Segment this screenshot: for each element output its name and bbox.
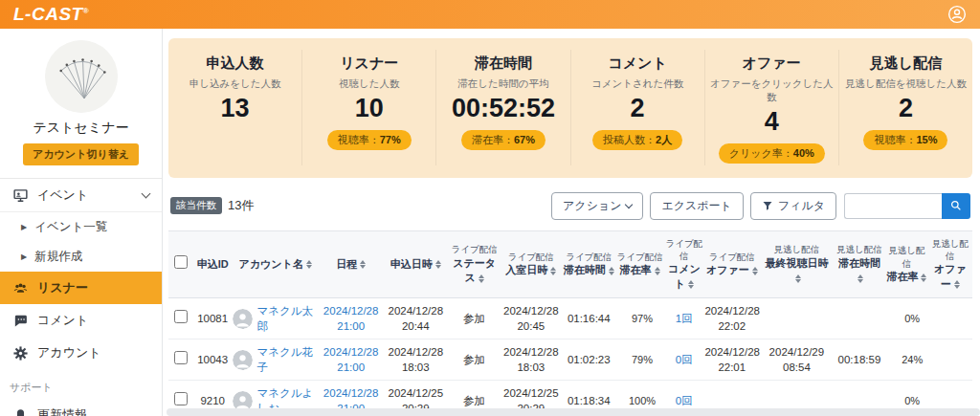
- comments-link[interactable]: 1回: [676, 313, 693, 324]
- schedule-link[interactable]: 2024/12/2821:00: [321, 303, 382, 334]
- header-live-stay-time[interactable]: ライブ配信滞在時間: [563, 231, 615, 298]
- sidebar-item-label: コメント: [37, 312, 88, 329]
- sort-icon[interactable]: [921, 273, 926, 283]
- badge-label: 視聴率：: [874, 134, 916, 145]
- sidebar-item-label: アカウント: [37, 344, 101, 361]
- comments-link[interactable]: 0回: [676, 395, 693, 406]
- header-label: 滞在時間: [838, 257, 880, 269]
- sidebar-item-new-event[interactable]: ▶ 新規作成: [0, 242, 162, 272]
- sort-icon[interactable]: [655, 266, 660, 276]
- l-cast-logo[interactable]: L-CAST®: [13, 4, 89, 25]
- header-account-name[interactable]: アカウント名: [232, 231, 320, 298]
- account-profile: テストセミナー アカウント切り替え: [0, 29, 162, 165]
- cell-live-stay: 01:02:23: [563, 339, 615, 381]
- select-all-checkbox[interactable]: [174, 255, 188, 269]
- stat-value: 2: [843, 95, 969, 123]
- header-live-comments[interactable]: ライブ配信コメント: [664, 231, 703, 298]
- caret-right-icon: ▶: [21, 252, 27, 261]
- header-applied-at[interactable]: 申込日時: [382, 231, 449, 298]
- header-live-status[interactable]: ライブ配信ステータス: [449, 231, 500, 298]
- sort-icon[interactable]: [858, 274, 863, 284]
- cell-id: 10081: [194, 298, 232, 339]
- sidebar-item-event-list[interactable]: ▶ イベント一覧: [0, 212, 162, 242]
- search-button[interactable]: [942, 193, 970, 219]
- cell-missed-rate: 24%: [885, 339, 928, 381]
- cell-missed-stay: [834, 298, 886, 339]
- stat-description: オファーをクリックした人数: [709, 77, 835, 104]
- header-group-label: ライブ配信: [665, 237, 702, 263]
- header-live-entry-at[interactable]: ライブ配信入室日時: [500, 231, 563, 298]
- listener-table-wrap: 申込ID アカウント名 日程 申込日時 ライブ配信ステータス ライブ配信入室日時…: [168, 230, 972, 416]
- stat-card-offers: オファー オファーをクリックした人数 4 クリック率：40%: [704, 50, 838, 165]
- cell-status: 参加: [449, 298, 500, 339]
- sort-icon[interactable]: [435, 259, 441, 270]
- sort-icon[interactable]: [360, 259, 366, 270]
- account-icon[interactable]: [947, 5, 967, 24]
- cell-missed-stay: 00:18:59: [834, 339, 886, 381]
- header-group-label: ライブ配信: [564, 251, 614, 263]
- export-button[interactable]: エクスポート: [650, 192, 743, 220]
- avatar: [233, 350, 253, 370]
- sort-icon[interactable]: [752, 266, 758, 276]
- header-group-label: 見逃し配信: [929, 237, 971, 263]
- header-live-offer[interactable]: ライブ配信オファー: [703, 231, 760, 298]
- header-missed-last-viewed[interactable]: 見逃し配信最終視聴日時: [760, 231, 833, 298]
- date-line: 2024/12/28: [321, 344, 382, 360]
- action-button-label: アクション: [563, 198, 621, 214]
- stat-description: 滞在した時間の平均: [440, 77, 566, 91]
- row-checkbox[interactable]: [174, 392, 188, 405]
- sidebar-item-event[interactable]: イベント: [0, 179, 162, 212]
- date-line: 2024/12/28: [321, 303, 382, 318]
- sort-icon[interactable]: [688, 279, 694, 290]
- sort-icon[interactable]: [479, 274, 484, 284]
- cell-applied-at: 2024/12/2818:03: [382, 339, 449, 381]
- schedule-link[interactable]: 2024/12/2821:00: [321, 344, 382, 375]
- header-label: 滞在率: [620, 264, 652, 275]
- badge-label: 滞在率：: [472, 134, 514, 145]
- result-count-value: 13件: [228, 197, 254, 214]
- row-checkbox[interactable]: [174, 351, 188, 364]
- horizontal-scrollbar[interactable]: [167, 408, 980, 416]
- cell-id: 10043: [194, 339, 232, 381]
- action-button[interactable]: アクション: [551, 192, 643, 220]
- header-label: 申込ID: [197, 258, 229, 270]
- switch-account-button[interactable]: アカウント切り替え: [23, 143, 139, 165]
- stat-description: コメントされた件数: [575, 77, 701, 91]
- cell-live-rate: 79%: [615, 339, 664, 381]
- search-input[interactable]: [844, 193, 942, 219]
- sort-icon[interactable]: [609, 266, 614, 276]
- filter-button[interactable]: フィルタ: [750, 192, 836, 220]
- cell-live-offer: 2024/12/2822:02: [703, 298, 760, 339]
- header-group-label: ライブ配信: [450, 243, 499, 255]
- header-missed-stay-time[interactable]: 見逃し配信滞在時間: [834, 231, 886, 298]
- sidebar-item-listener[interactable]: リスナー: [0, 272, 162, 304]
- stat-title: オファー: [709, 55, 835, 73]
- listeners-icon: [12, 280, 29, 296]
- comments-link[interactable]: 0回: [676, 354, 693, 365]
- badge-label: 投稿人数：: [603, 134, 656, 145]
- header-missed-stay-rate[interactable]: 見逃し配信滞在率: [885, 231, 928, 298]
- sidebar-item-updates[interactable]: 更新情報: [0, 399, 162, 416]
- stat-title: 滞在時間: [440, 55, 566, 73]
- seminar-name: テストセミナー: [0, 120, 162, 137]
- header-live-stay-rate[interactable]: ライブ配信滞在率: [615, 231, 664, 298]
- account-name-link[interactable]: マネクル太郎: [257, 303, 319, 334]
- header-missed-offer[interactable]: 見逃し配信オファー: [928, 231, 972, 298]
- comment-icon: [12, 313, 29, 329]
- header-schedule[interactable]: 日程: [320, 231, 383, 298]
- stat-description: 見逃し配信を視聴した人数: [843, 77, 969, 91]
- sidebar-item-label: イベント一覧: [34, 219, 107, 235]
- sort-icon[interactable]: [306, 259, 312, 270]
- sidebar-item-comment[interactable]: コメント: [0, 304, 162, 337]
- account-name-link[interactable]: マネクル花子: [257, 344, 319, 375]
- sidebar-item-account[interactable]: アカウント: [0, 337, 162, 369]
- sort-icon[interactable]: [550, 266, 556, 276]
- header-label: アカウント名: [239, 258, 303, 270]
- sort-icon[interactable]: [954, 279, 960, 290]
- row-checkbox[interactable]: [174, 310, 188, 323]
- stat-card-listeners: リスナー 視聴した人数 10 視聴率：77%: [301, 50, 435, 165]
- sort-icon[interactable]: [795, 274, 801, 284]
- stay-rate-label: 24%: [886, 353, 938, 367]
- time-line: 22:02: [704, 318, 759, 334]
- stat-rate-badge: 視聴率：15%: [863, 130, 947, 150]
